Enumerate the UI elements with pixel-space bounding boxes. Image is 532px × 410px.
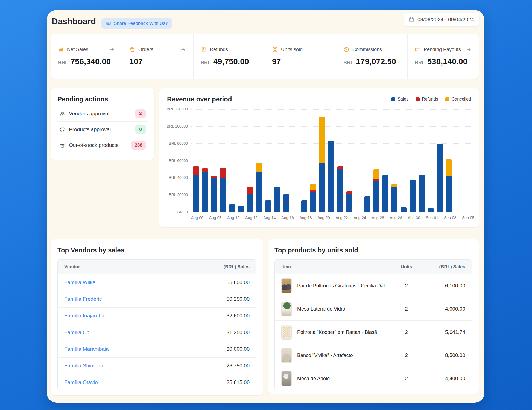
x-tick-label — [272, 216, 281, 220]
sales-value: 6,100.00 — [445, 283, 465, 289]
arrow-right-icon — [180, 47, 186, 52]
sales-segment — [382, 175, 388, 212]
legend-swatch — [391, 97, 395, 101]
stat-label: Net Sales — [67, 47, 88, 52]
pending-action-label: Vendors approval — [69, 111, 109, 117]
vendor-cell: Família Cb — [58, 324, 192, 341]
pending-action-label: Out-of-stock products — [69, 142, 119, 148]
x-tick-label — [399, 216, 408, 220]
stat-pending-payouts[interactable]: Pending PayoutsBRL538,140.00 — [408, 34, 479, 79]
product-name: Mesa de Apoio — [297, 376, 330, 382]
calendar-icon — [409, 17, 414, 22]
stat-label: Pending Payouts — [424, 47, 461, 52]
pending-action-vendors-approval[interactable]: Vendors approval2 — [57, 106, 148, 121]
refunds-segment — [310, 190, 316, 192]
pending-action-label: Products approval — [69, 126, 111, 132]
products-table: Item Units (BRL) Sales Par de Poltronas … — [274, 259, 472, 390]
legend-item-sales[interactable]: Sales — [391, 97, 408, 102]
cancelled-segment — [391, 184, 397, 187]
y-tick-label: BRL 40000 — [169, 175, 188, 180]
x-tick-label: Aug-24 — [354, 216, 363, 220]
table-row: Mesa Lateral de Vidro24,000.00 — [275, 297, 472, 320]
x-tick-label: Aug-12 — [245, 216, 254, 220]
currency-prefix: BRL — [58, 60, 68, 66]
bar-slot-sep-01 — [426, 109, 435, 212]
sales-segment — [364, 196, 370, 212]
units-cell: 2 — [392, 367, 421, 390]
vendor-column-header: Vendor — [58, 260, 192, 274]
chart-legend: SalesRefundsCancelled — [391, 97, 471, 102]
sales-segment — [391, 187, 397, 212]
x-tick-label — [254, 216, 263, 220]
stat-value: 756,340.00 — [71, 57, 111, 66]
sales-segment — [247, 194, 253, 212]
vendor-link[interactable]: Família Otávio — [64, 379, 98, 385]
bar-slot-aug-30 — [408, 109, 417, 212]
product-cell: Banco "Vivika" - Artefacto — [275, 344, 392, 367]
legend-item-cancelled[interactable]: Cancelled — [445, 97, 471, 102]
x-tick-label — [218, 216, 227, 220]
x-tick-label — [435, 216, 444, 220]
stat-label: Commissions — [352, 47, 382, 52]
sales-segment — [301, 200, 307, 212]
x-tick-label: Aug-16 — [281, 216, 290, 220]
bar-stack — [301, 200, 307, 212]
bar-slot-aug-09 — [218, 109, 227, 212]
legend-item-refunds[interactable]: Refunds — [416, 97, 438, 102]
sales-segment — [328, 141, 334, 212]
product-sales-cell: 6,100.00 — [421, 274, 472, 297]
stat-net-sales[interactable]: Net SalesBRL756,340.00 — [51, 34, 122, 79]
sales-column-header: (BRL) Sales — [421, 260, 472, 274]
product-cell: Par de Poltronas Giratórias - Cecília Da… — [275, 274, 392, 297]
bar-slot-aug-13 — [255, 109, 264, 212]
currency-prefix: BRL — [343, 60, 353, 66]
pending-actions-card: Pending actions Vendors approval2Product… — [51, 88, 154, 160]
vendor-cell: Família Marambaia — [58, 341, 192, 357]
x-tick-label: Aug-20 — [317, 216, 326, 220]
x-tick-label — [326, 216, 335, 220]
units-value: 2 — [405, 329, 408, 335]
vendor-sales-cell: 28,750.00 — [192, 358, 256, 374]
product-name: Poltrona "Kooper" em Rattan - Biasã — [297, 329, 377, 335]
sales-segment — [373, 181, 379, 212]
pending-action-out-of-stock-products[interactable]: Out-of-stock products288 — [57, 137, 148, 153]
bedroom-bench-photo — [281, 348, 292, 363]
bar-stack — [202, 168, 208, 212]
bar-stack — [256, 163, 262, 212]
refunds-segment — [220, 168, 226, 178]
vendor-link[interactable]: Família Frederic — [64, 296, 102, 302]
sales-segment — [265, 200, 271, 212]
sales-segment — [283, 194, 289, 212]
bar-slot-aug-24 — [354, 109, 363, 212]
bar-stack — [401, 207, 407, 212]
stat-orders[interactable]: Orders107 — [122, 34, 194, 79]
stat-value: 97 — [272, 57, 281, 66]
sales-segment — [346, 194, 352, 212]
pending-action-products-approval[interactable]: Products approval0 — [57, 121, 148, 137]
stats-card: Net SalesBRL756,340.00Orders107RefundsBR… — [51, 34, 479, 79]
vendor-link[interactable]: Família Marambaia — [64, 346, 109, 352]
vendor-link[interactable]: Família Inajaroba — [64, 313, 104, 319]
bar-stack — [382, 175, 388, 212]
stat-refunds: RefundsBRL49,750.00 — [194, 34, 265, 79]
bar-stack — [346, 191, 352, 212]
vendor-link[interactable]: Família Shimada — [64, 363, 103, 369]
product-sales-cell: 5,641.74 — [421, 321, 472, 344]
date-range-picker[interactable]: 08/06/2024 - 09/04/2024 — [404, 13, 479, 26]
vendor-link[interactable]: Família Wilke — [64, 279, 95, 285]
bar-slot-aug-29 — [399, 109, 408, 212]
credit-card-icon — [415, 46, 421, 52]
share-feedback-button[interactable]: Share Feedback With Us? — [101, 18, 172, 29]
stat-value: 179,072.50 — [356, 57, 396, 66]
x-tick-label: Sep-01 — [426, 216, 435, 220]
table-row: Família Otávio25,615.00 — [58, 374, 256, 391]
product-name: Mesa Lateral de Vidro — [297, 306, 345, 312]
bar-stack — [229, 204, 235, 212]
x-tick-label: Aug-08 — [209, 216, 218, 220]
vendor-link[interactable]: Família Cb — [64, 329, 89, 335]
table-row: Família Inajaroba32,600.00 — [58, 307, 256, 324]
top-products-card: Top products by units sold Item Units (B… — [268, 239, 479, 394]
dashboard-panel: Dashboard Share Feedback With Us? 08/06/… — [47, 10, 484, 403]
x-tick-label: Aug-26 — [372, 216, 381, 220]
sales-segment — [428, 208, 434, 212]
